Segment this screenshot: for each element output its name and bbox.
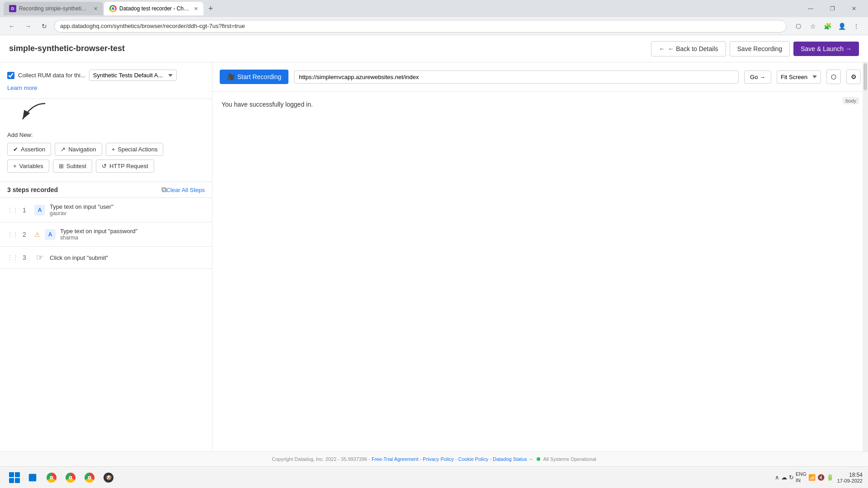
arrow-annotation [0, 99, 212, 126]
forward-nav-button[interactable]: → [22, 20, 34, 33]
http-request-button[interactable]: ↺ HTTP Request [96, 160, 154, 173]
settings-icon[interactable]: ⚙ [846, 70, 861, 84]
step-title-3: Click on input "submit" [50, 254, 205, 261]
check-icon: ✔ [13, 146, 18, 153]
preview-content: body You have successfully logged in. [212, 92, 868, 451]
close-button[interactable]: ✕ [844, 2, 864, 15]
assertion-label: Assertion [21, 146, 45, 153]
tab-recording[interactable]: D Recording simple-synthetic-... | D ✕ [4, 2, 103, 15]
drag-handle-3[interactable]: ⋮⋮ [7, 255, 18, 260]
menu-icon[interactable]: ⋮ [850, 20, 863, 33]
video-icon: 🎥 [227, 73, 235, 80]
profile-icon[interactable]: 👤 [835, 20, 848, 33]
rum-select[interactable]: Synthetic Tests Default A... [89, 70, 177, 81]
drag-handle-1[interactable]: ⋮⋮ [7, 207, 18, 213]
left-panel: Collect RUM data for thi... Synthetic Te… [0, 62, 212, 451]
minimize-button[interactable]: — [800, 2, 821, 15]
save-and-launch-button[interactable]: Save & Launch → [793, 42, 859, 56]
new-tab-button[interactable]: + [204, 2, 217, 15]
recording-controls: 🎥 Start Recording Go → Fit Screen ⬡ ⚙ [212, 62, 868, 92]
step-num-2: 2 [23, 231, 30, 238]
body-tag: body [843, 97, 859, 104]
step-text-3: Click on input "submit" [50, 254, 205, 261]
variables-button[interactable]: + Variables [7, 160, 49, 173]
warning-icon-2: ⚠ [34, 231, 40, 238]
main-content: Collect RUM data for thi... Synthetic Te… [0, 62, 868, 451]
scroll-thumb[interactable] [863, 63, 867, 90]
tab1-close[interactable]: ✕ [94, 6, 98, 12]
nav-icon: ↗ [61, 146, 66, 153]
navigation-button[interactable]: ↗ Navigation [55, 143, 102, 156]
share-icon[interactable]: ⬡ [792, 20, 805, 33]
browser-toolbar-icons: ⬡ ☆ 🧩 👤 ⋮ [792, 20, 863, 33]
browser-title-bar: D Recording simple-synthetic-... | D ✕ D… [0, 0, 868, 17]
bookmark-icon[interactable]: ☆ [807, 20, 819, 33]
add-new-label: Add New: [7, 131, 205, 138]
steps-count: 3 steps recorded [7, 186, 159, 193]
step-item-1[interactable]: ⋮⋮ 1 A Type text on input "user" gaurav [0, 198, 212, 222]
footer-link-status[interactable]: Datadog Status → [493, 456, 533, 462]
add-new-section: Add New: ✔ Assertion ↗ Navigation + Spec… [0, 126, 212, 182]
special-actions-button[interactable]: + Special Actions [106, 143, 164, 156]
plus-icon2: + [13, 163, 17, 169]
preview-message: You have successfully logged in. [222, 101, 859, 108]
rum-label: Collect RUM data for thi... [18, 72, 85, 79]
step-text-2: Type text on input "password" sharma [60, 228, 205, 241]
subtest-label: Subtest [66, 163, 86, 169]
extensions-icon[interactable]: 🧩 [821, 20, 834, 33]
go-label: Go → [750, 74, 765, 80]
save-recording-label: Save Recording [737, 45, 783, 52]
http-request-label: HTTP Request [109, 163, 148, 169]
copy-icon[interactable]: ⧉ [161, 186, 166, 194]
footer-link-trial[interactable]: Free-Trial Agreement [372, 456, 419, 462]
grid-icon: ⊞ [59, 163, 64, 169]
header-actions: ← ← Back to Details Save Recording Save … [651, 41, 859, 56]
back-nav-button[interactable]: ← [5, 20, 18, 33]
back-arrow-icon: ← [659, 45, 665, 52]
rum-checkbox[interactable] [7, 72, 14, 79]
back-to-details-button[interactable]: ← ← Back to Details [651, 41, 726, 56]
step-sub-2: sharma [60, 235, 205, 241]
save-recording-button[interactable]: Save Recording [730, 41, 790, 56]
subtest-button[interactable]: ⊞ Subtest [53, 160, 92, 173]
step-num-1: 1 [23, 206, 30, 214]
tab2-close[interactable]: ✕ [194, 6, 198, 12]
start-recording-button[interactable]: 🎥 Start Recording [220, 70, 288, 84]
drag-handle-2[interactable]: ⋮⋮ [7, 232, 18, 237]
scroll-track[interactable] [863, 62, 868, 451]
http-icon: ↺ [102, 163, 107, 169]
special-actions-label: Special Actions [118, 146, 157, 153]
step-text-1: Type text on input "user" gaurav [50, 203, 205, 216]
status-dot [537, 457, 540, 461]
reload-button[interactable]: ↻ [38, 20, 51, 33]
footer-status: All Systems Operational [543, 456, 596, 462]
step-icon-2: A [45, 229, 56, 240]
start-recording-label: Start Recording [237, 73, 281, 80]
url-input[interactable] [294, 70, 739, 84]
maximize-button[interactable]: ❐ [822, 2, 843, 15]
step-num-3: 3 [23, 254, 30, 261]
step-item-3[interactable]: ⋮⋮ 3 ☞ Click on input "submit" [0, 247, 212, 269]
assertion-button[interactable]: ✔ Assertion [7, 143, 51, 156]
action-buttons-row2: + Variables ⊞ Subtest ↺ HTTP Request [7, 160, 205, 173]
open-tab-icon[interactable]: ⬡ [826, 70, 841, 84]
tab2-title: Datadog test recorder - Chrome [119, 5, 189, 12]
footer-copyright: Copyright Datadog, Inc. 2022 - 35.993739… [272, 456, 370, 462]
step-title-1: Type text on input "user" [50, 203, 205, 210]
fit-screen-select[interactable]: Fit Screen [777, 70, 821, 84]
variables-label: Variables [19, 163, 43, 169]
clear-all-button[interactable]: Clear All Steps [166, 187, 205, 193]
address-bar: ← → ↻ ⬡ ☆ 🧩 👤 ⋮ [0, 17, 868, 35]
step-item-2[interactable]: ⋮⋮ 2 ⚠ A Type text on input "password" s… [0, 222, 212, 247]
step-sub-1: gaurav [50, 210, 205, 216]
right-panel: 🎥 Start Recording Go → Fit Screen ⬡ ⚙ bo… [212, 62, 868, 451]
address-input[interactable] [54, 20, 787, 33]
go-button[interactable]: Go → [744, 70, 771, 84]
footer-link-privacy[interactable]: Privacy Policy [423, 456, 453, 462]
footer-link-cookie[interactable]: Cookie Policy [458, 456, 489, 462]
tab1-favicon: D [9, 5, 16, 12]
tab2-favicon [109, 5, 117, 12]
learn-more-link[interactable]: Learn more [7, 84, 37, 91]
tab-datadog[interactable]: Datadog test recorder - Chrome ✕ [104, 2, 203, 15]
action-buttons-row1: ✔ Assertion ↗ Navigation + Special Actio… [7, 143, 205, 156]
